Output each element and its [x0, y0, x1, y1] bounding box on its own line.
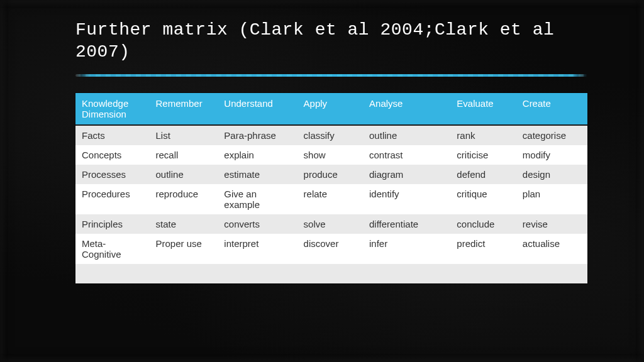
table-header-row: Knowledge Dimension Remember Understand … — [75, 93, 587, 125]
cell — [75, 264, 150, 283]
cell: rank — [450, 125, 516, 145]
cell: classify — [297, 125, 363, 145]
cell: identify — [363, 184, 450, 214]
cell: recall — [150, 145, 218, 165]
col-header: Analyse — [363, 93, 450, 125]
table-row — [75, 264, 587, 283]
cell: show — [297, 145, 363, 165]
cell: criticise — [450, 145, 516, 165]
cell: List — [150, 125, 218, 145]
cell — [150, 264, 218, 283]
slide: Further matrix (Clark et al 2004;Clark e… — [0, 0, 644, 362]
cell — [363, 264, 450, 283]
col-header: Apply — [297, 93, 363, 125]
cell: Give an example — [218, 184, 297, 214]
cell: actualise — [516, 234, 587, 264]
cell: Meta-Cognitive — [75, 234, 150, 264]
col-header: Create — [516, 93, 587, 125]
cell — [450, 264, 516, 283]
cell: produce — [297, 165, 363, 184]
cell: design — [516, 165, 587, 184]
table-row: Processes outline estimate produce diagr… — [75, 165, 587, 184]
cell: conclude — [450, 214, 516, 234]
table-row: Concepts recall explain show contrast cr… — [75, 145, 587, 165]
table-body: Facts List Para-phrase classify outline … — [75, 125, 587, 283]
slide-title: Further matrix (Clark et al 2004;Clark e… — [75, 19, 587, 63]
cell: outline — [363, 125, 450, 145]
table-row: Meta-Cognitive Proper use interpret disc… — [75, 234, 587, 264]
col-header: Knowledge Dimension — [75, 93, 150, 125]
cell: explain — [218, 145, 297, 165]
cell: Facts — [75, 125, 150, 145]
cell: estimate — [218, 165, 297, 184]
cell: Para-phrase — [218, 125, 297, 145]
table-row: Facts List Para-phrase classify outline … — [75, 125, 587, 145]
cell: infer — [363, 234, 450, 264]
cell: reproduce — [150, 184, 218, 214]
cell: contrast — [363, 145, 450, 165]
col-header: Understand — [218, 93, 297, 125]
cell: Processes — [75, 165, 150, 184]
cell — [218, 264, 297, 283]
cell: interpret — [218, 234, 297, 264]
cell: outline — [150, 165, 218, 184]
table-row: Principles state converts solve differen… — [75, 214, 587, 234]
cell: categorise — [516, 125, 587, 145]
cell: solve — [297, 214, 363, 234]
cell: predict — [450, 234, 516, 264]
cell — [516, 264, 587, 283]
cell: state — [150, 214, 218, 234]
col-header: Evaluate — [450, 93, 516, 125]
cell: Procedures — [75, 184, 150, 214]
cell: differentiate — [363, 214, 450, 234]
cell: revise — [516, 214, 587, 234]
cell: converts — [218, 214, 297, 234]
cell — [297, 264, 363, 283]
cell: Proper use — [150, 234, 218, 264]
cell: discover — [297, 234, 363, 264]
title-underline — [75, 74, 587, 77]
matrix-table: Knowledge Dimension Remember Understand … — [75, 93, 587, 283]
cell: critique — [450, 184, 516, 214]
cell: relate — [297, 184, 363, 214]
table-row: Procedures reproduce Give an example rel… — [75, 184, 587, 214]
cell: diagram — [363, 165, 450, 184]
cell: Principles — [75, 214, 150, 234]
cell: defend — [450, 165, 516, 184]
cell: Concepts — [75, 145, 150, 165]
cell: modify — [516, 145, 587, 165]
cell: plan — [516, 184, 587, 214]
col-header: Remember — [150, 93, 218, 125]
